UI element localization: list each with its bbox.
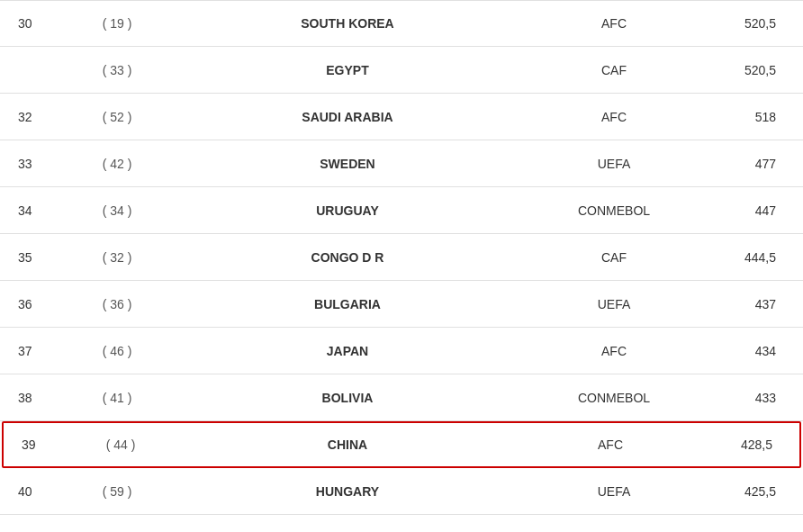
table-row: 40 ( 59 ) HUNGARY UEFA 425,5 (0, 468, 803, 515)
confederation-cell: AFC (533, 344, 695, 358)
country-cell: BULGARIA (162, 297, 533, 311)
country-cell: CHINA (166, 437, 529, 452)
country-cell: SAUDI ARABIA (162, 110, 533, 124)
confederation-cell: CONMEBOL (533, 391, 695, 405)
confederation-cell: AFC (533, 110, 695, 124)
country-cell: SWEDEN (162, 157, 533, 171)
confederation-cell: CAF (533, 63, 695, 77)
prev-rank-cell: ( 46 ) (72, 344, 162, 358)
points-cell: 477 (695, 157, 803, 171)
points-cell: 447 (695, 203, 803, 218)
table-row: 30 ( 19 ) SOUTH KOREA AFC 520,5 (0, 0, 803, 47)
prev-rank-cell: ( 59 ) (72, 484, 162, 499)
rank-cell: 40 (0, 484, 72, 499)
rank-cell: 39 (4, 437, 76, 452)
table-row: 36 ( 36 ) BULGARIA UEFA 437 (0, 281, 803, 328)
country-cell: SOUTH KOREA (162, 16, 533, 31)
points-cell: 434 (695, 344, 803, 358)
table-row: 32 ( 52 ) SAUDI ARABIA AFC 518 (0, 94, 803, 140)
prev-rank-cell: ( 42 ) (72, 157, 162, 171)
country-cell: EGYPT (162, 63, 533, 77)
country-cell: BOLIVIA (162, 391, 533, 405)
confederation-cell: UEFA (533, 157, 695, 171)
prev-rank-cell: ( 36 ) (72, 297, 162, 311)
prev-rank-cell: ( 41 ) (72, 391, 162, 405)
prev-rank-cell: ( 33 ) (72, 63, 162, 77)
prev-rank-cell: ( 32 ) (72, 250, 162, 265)
confederation-cell: UEFA (533, 484, 695, 499)
prev-rank-cell: ( 34 ) (72, 203, 162, 218)
confederation-cell: CONMEBOL (533, 203, 695, 218)
rank-cell: 35 (0, 250, 72, 265)
rank-cell: 32 (0, 110, 72, 124)
points-cell: 520,5 (695, 63, 803, 77)
country-cell: JAPAN (162, 344, 533, 358)
table-row: 35 ( 32 ) CONGO D R CAF 444,5 (0, 234, 803, 281)
rank-cell: 30 (0, 16, 72, 31)
confederation-cell: CAF (533, 250, 695, 265)
points-cell: 428,5 (691, 437, 799, 452)
points-cell: 520,5 (695, 16, 803, 31)
rank-cell: 36 (0, 297, 72, 311)
table-row: ( 33 ) EGYPT CAF 520,5 (0, 47, 803, 94)
country-cell: CONGO D R (162, 250, 533, 265)
rank-cell: 37 (0, 344, 72, 358)
table-row: 34 ( 34 ) URUGUAY CONMEBOL 447 (0, 187, 803, 234)
confederation-cell: AFC (533, 16, 695, 31)
points-cell: 444,5 (695, 250, 803, 265)
table-row: 39 ( 44 ) CHINA AFC 428,5 (2, 421, 801, 468)
rank-cell: 33 (0, 157, 72, 171)
rankings-table: 30 ( 19 ) SOUTH KOREA AFC 520,5 ( 33 ) E… (0, 0, 803, 515)
prev-rank-cell: ( 52 ) (72, 110, 162, 124)
prev-rank-cell: ( 44 ) (76, 437, 166, 452)
country-cell: HUNGARY (162, 484, 533, 499)
rank-cell: 34 (0, 203, 72, 218)
points-cell: 425,5 (695, 484, 803, 499)
prev-rank-cell: ( 19 ) (72, 16, 162, 31)
points-cell: 518 (695, 110, 803, 124)
points-cell: 433 (695, 391, 803, 405)
table-row: 33 ( 42 ) SWEDEN UEFA 477 (0, 140, 803, 187)
table-row: 37 ( 46 ) JAPAN AFC 434 (0, 328, 803, 374)
points-cell: 437 (695, 297, 803, 311)
table-row: 38 ( 41 ) BOLIVIA CONMEBOL 433 (0, 374, 803, 421)
confederation-cell: UEFA (533, 297, 695, 311)
confederation-cell: AFC (529, 437, 691, 452)
country-cell: URUGUAY (162, 203, 533, 218)
rank-cell: 38 (0, 391, 72, 405)
